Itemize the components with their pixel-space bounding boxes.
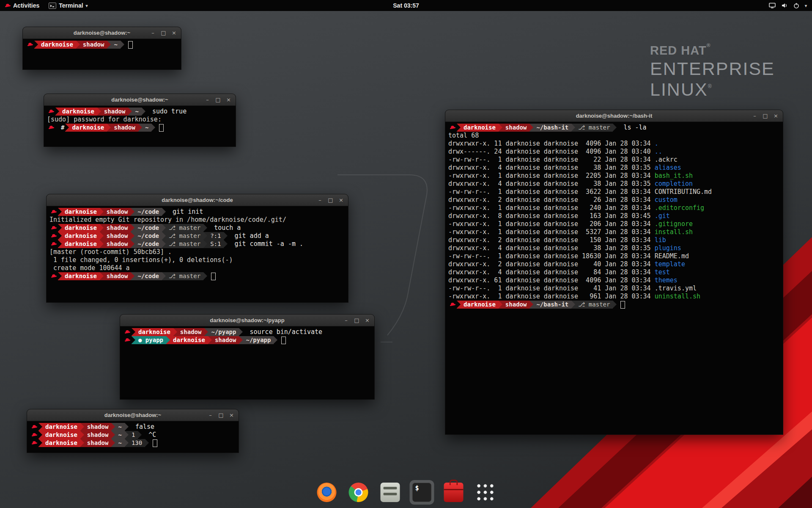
terminal-content[interactable]: darknoiseshadow~/pyapp source bin/activa… [120, 326, 374, 399]
terminal-line: drwxrwxr-x. 8 darknoise darknoise 163 Ja… [448, 212, 782, 220]
terminal-cursor [153, 439, 157, 447]
host-segment: shadow [104, 224, 131, 232]
terminal-content[interactable]: darknoiseshadow~/code git initInitialize… [47, 206, 348, 302]
host-segment: shadow [212, 336, 239, 344]
minimize-button[interactable]: – [343, 315, 349, 326]
close-button[interactable]: × [171, 27, 177, 39]
terminal-content[interactable]: darknoiseshadow~ sudo true[sudo] passwor… [44, 106, 236, 146]
powerline-arrow [529, 124, 533, 132]
terminal-line: drwxrwxr-x. 2 darknoise darknoise 150 Ja… [448, 236, 782, 244]
activities-button[interactable]: Activities [0, 0, 44, 11]
terminal-line: drwxrwxr-x. 4 darknoise darknoise 84 Jan… [448, 268, 782, 276]
redhat-icon [32, 432, 37, 438]
host-segment: shadow [177, 328, 205, 336]
minimize-button[interactable]: – [205, 94, 210, 105]
redhat-icon [49, 125, 54, 130]
redhat-icon [32, 424, 37, 430]
terminal-window-bash-it[interactable]: darknoise@shadow:~/bash-it–□×darknoisesh… [445, 110, 783, 434]
powerline-arrow [58, 208, 62, 216]
minimize-button[interactable]: – [317, 194, 323, 206]
user-segment: darknoise [62, 208, 100, 216]
output-text: Initialized empty Git repository in /hom… [49, 216, 286, 224]
output-text: -rw-rw-r--. 1 darknoise darknoise 41 Jan… [448, 284, 697, 293]
terminal-cursor [211, 273, 216, 280]
firefox-icon [317, 483, 337, 502]
terminal-window-pyapp[interactable]: darknoise@shadow:~/pyapp–□×darknoiseshad… [120, 315, 374, 399]
powerline-arrow [38, 423, 42, 431]
chevron-down-icon: ▾ [805, 3, 807, 8]
powerline-arrow [132, 336, 135, 344]
terminal-content[interactable]: darknoiseshadow~ falsedarknoiseshadow~1 … [27, 421, 239, 453]
clock[interactable]: Sat 03:57 [393, 2, 419, 9]
user-segment: darknoise [42, 423, 80, 431]
terminal-window-exit-codes[interactable]: darknoise@shadow:~–□×darknoiseshadow~ fa… [27, 409, 239, 453]
terminal-window-code[interactable]: darknoise@shadow:~/code–□×darknoiseshado… [47, 194, 348, 302]
powerline-arrow [100, 208, 104, 216]
terminal-icon [49, 3, 56, 9]
redhat-icon [27, 42, 33, 47]
powerline-arrow [111, 423, 115, 431]
maximize-button[interactable]: □ [215, 94, 221, 105]
dock-item-firefox[interactable] [315, 480, 339, 505]
dock-item-files[interactable] [378, 480, 403, 505]
output-text: lib [655, 236, 666, 244]
minimize-button[interactable]: – [150, 27, 156, 39]
command-text: git commit -a -m . [228, 240, 303, 248]
terminal-line: darknoiseshadow~/pyapp source bin/activa… [123, 328, 373, 336]
powerline-arrow [457, 124, 461, 132]
terminal-line: [sudo] password for darknoise: [47, 116, 235, 124]
output-text: custom [655, 196, 678, 204]
dock-item-terminal[interactable]: $ [410, 480, 434, 505]
terminal-line: darknoiseshadow~/bash-it⎇ master [448, 301, 782, 309]
terminal-cursor [128, 41, 133, 49]
window-titlebar[interactable]: darknoise@shadow:~/bash-it–□× [445, 110, 783, 122]
minimize-button[interactable]: – [752, 110, 757, 121]
close-button[interactable]: × [229, 409, 234, 421]
terminal-window-sudo[interactable]: darknoise@shadow:~–□×darknoiseshadow~ su… [44, 94, 236, 146]
host-segment: shadow [101, 108, 129, 116]
powerline-arrow [162, 208, 166, 216]
dock-item-chrome[interactable] [346, 480, 371, 505]
host-segment: shadow [104, 232, 131, 240]
user-segment: darknoise [38, 41, 76, 49]
dock-item-software[interactable] [442, 480, 466, 505]
window-title: darknoise@shadow:~/code [47, 197, 348, 203]
rh-segment [30, 439, 38, 447]
terminal-app-menu[interactable]: Terminal ▾ [44, 0, 92, 11]
powerline-arrow [571, 301, 575, 309]
redhat-icon [51, 225, 57, 231]
window-titlebar[interactable]: darknoise@shadow:~/code–□× [47, 194, 348, 206]
dock-item-app-grid[interactable] [473, 480, 498, 505]
maximize-button[interactable]: □ [161, 27, 166, 39]
path-segment: ~/pyapp [243, 336, 274, 344]
chevron-down-icon: ▾ [86, 3, 88, 8]
close-button[interactable]: × [773, 110, 779, 121]
rh-segment [123, 336, 132, 344]
powerline-arrow [145, 439, 149, 447]
close-button[interactable]: × [365, 315, 370, 326]
redhat-icon [32, 440, 37, 446]
window-titlebar[interactable]: darknoise@shadow:~–□× [44, 94, 236, 106]
system-status-area[interactable]: ▾ [769, 0, 812, 11]
window-titlebar[interactable]: darknoise@shadow:~–□× [23, 27, 181, 39]
terminal-line: drwxrwxr-x. 4 darknoise darknoise 38 Jan… [448, 164, 782, 172]
terminal-content[interactable]: darknoiseshadow~/bash-it⎇ master ls -lat… [445, 122, 783, 434]
maximize-button[interactable]: □ [218, 409, 224, 421]
terminal-window-home-small[interactable]: darknoise@shadow:~–□×darknoiseshadow~ [23, 27, 181, 69]
maximize-button[interactable]: □ [328, 194, 333, 206]
terminal-line: -rwxrwxr-x. 1 darknoise darknoise 206 Ja… [448, 220, 782, 228]
host-segment: shadow [104, 240, 131, 248]
window-titlebar[interactable]: darknoise@shadow:~/pyapp–□× [120, 315, 374, 326]
activities-label: Activities [13, 2, 39, 9]
window-titlebar[interactable]: darknoise@shadow:~–□× [27, 409, 239, 421]
maximize-button[interactable]: □ [354, 315, 359, 326]
minimize-button[interactable]: – [208, 409, 213, 421]
redhat-icon [51, 209, 57, 215]
close-button[interactable]: × [226, 94, 231, 105]
stat-segment: 1 [129, 431, 138, 439]
maximize-button[interactable]: □ [763, 110, 768, 121]
terminal-content[interactable]: darknoiseshadow~ [23, 39, 181, 69]
close-button[interactable]: × [338, 194, 344, 206]
output-text: .gitignore [655, 220, 693, 228]
powerline-arrow [131, 208, 134, 216]
